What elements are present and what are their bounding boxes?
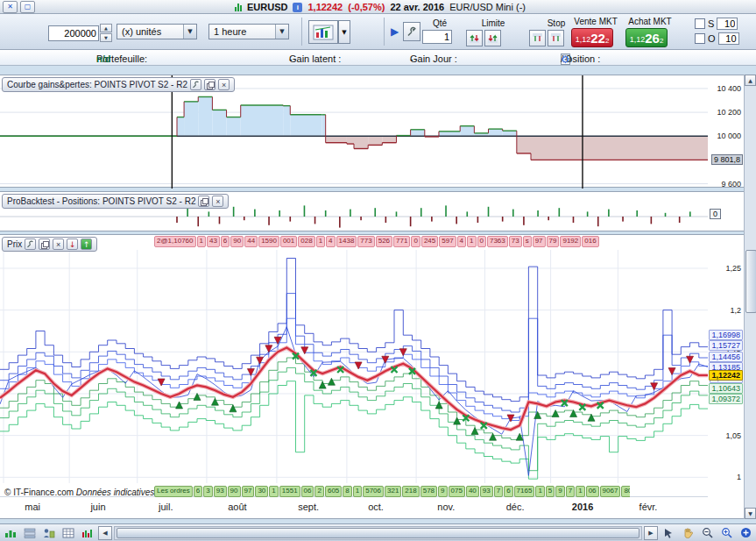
- buy-arrow-icon: [176, 402, 183, 409]
- orders-strip-tag: 7165: [514, 486, 535, 497]
- quantity-down-icon[interactable]: ▼: [100, 33, 112, 42]
- restore-window-icon[interactable]: ▢: [20, 1, 35, 13]
- zoom-in-icon[interactable]: [717, 525, 735, 541]
- buy-limit-button[interactable]: [466, 30, 483, 46]
- wrench-icon[interactable]: [25, 238, 36, 250]
- scroll-left-icon[interactable]: ◀: [98, 526, 112, 540]
- quantity-up-icon[interactable]: ▲: [100, 24, 112, 32]
- pivot-price-label: 1,14456: [709, 352, 743, 362]
- positions-panel-tab[interactable]: ProBacktest - Positions: POINTS PIVOT S2…: [2, 194, 229, 209]
- stop-checkbox[interactable]: [695, 18, 705, 29]
- equity-panel-tab[interactable]: Courbe gains&pertes: POINTS PIVOT S2 - R…: [2, 77, 235, 92]
- orders-strip-tag: 218: [402, 486, 419, 497]
- chart-type-dropdown-icon[interactable]: ▼: [338, 20, 350, 44]
- s-value-input[interactable]: [717, 18, 738, 30]
- orders-strip-tag: 8: [343, 486, 351, 497]
- s-label: S: [708, 18, 714, 29]
- series-pivot-s2: [0, 367, 708, 470]
- duplicate-icon[interactable]: [198, 196, 209, 207]
- orders-strip-tag: 93: [480, 486, 493, 497]
- vertical-scrollbar[interactable]: ▲ ▼: [744, 75, 756, 519]
- order-settings-button[interactable]: [403, 22, 420, 41]
- chevron-down-icon[interactable]: ▼: [275, 25, 288, 39]
- orders-strip-tag: 5706: [363, 486, 384, 497]
- order-tag: 90: [230, 236, 244, 247]
- current-price-label: 1,12242: [709, 370, 743, 381]
- order-qty-input[interactable]: [422, 30, 452, 44]
- chart-type-button[interactable]: [308, 20, 338, 44]
- horizontal-scrollbar[interactable]: [114, 526, 642, 540]
- info-icon[interactable]: i: [293, 3, 302, 12]
- positions-right-value: 0: [710, 209, 721, 219]
- wrench-icon[interactable]: [190, 79, 201, 90]
- buy-stop-icon: [533, 33, 542, 43]
- orders-strip-tag: 06: [301, 486, 314, 497]
- orders-strip-tag: 6: [194, 486, 202, 497]
- expand-panel-icon[interactable]: ▶: [391, 25, 399, 38]
- portfolio-value: n/d: [96, 53, 111, 64]
- buy-market-button[interactable]: 1,12262: [625, 28, 668, 47]
- series-pivot-s3: [0, 381, 708, 480]
- chevron-down-icon[interactable]: ▼: [183, 25, 196, 39]
- equity-chart[interactable]: [0, 75, 708, 189]
- hand-icon[interactable]: [679, 525, 696, 541]
- buy-stop-button[interactable]: [529, 30, 546, 46]
- sell-stop-button[interactable]: [548, 30, 564, 46]
- vertical-scroll-thumb[interactable]: [745, 250, 756, 313]
- download-icon[interactable]: ↓: [67, 238, 78, 250]
- zoom-reset-icon[interactable]: [737, 525, 754, 541]
- scroll-up-icon[interactable]: ▲: [745, 75, 756, 86]
- orders-strip-tag: 9: [438, 486, 447, 497]
- close-icon[interactable]: ×: [218, 79, 230, 90]
- order-tag: 1: [197, 236, 206, 247]
- month-label-juin: juin: [90, 502, 105, 512]
- month-label-août: août: [228, 502, 246, 512]
- order-tag: 43: [207, 236, 220, 247]
- export-up-icon[interactable]: ↑: [81, 238, 92, 250]
- unit-selector[interactable]: (x) unités ▼: [117, 24, 197, 39]
- portfolio-icon[interactable]: [40, 525, 58, 541]
- price-chart[interactable]: [0, 250, 708, 483]
- horizontal-scroll-thumb[interactable]: [117, 528, 639, 538]
- month-label-oct: oct.: [368, 502, 384, 512]
- order-tag: 1: [467, 236, 476, 247]
- equity-y-tick-label: 10 200: [717, 108, 741, 117]
- sell-market-button[interactable]: 1,12222: [571, 28, 613, 47]
- close-icon[interactable]: ×: [53, 238, 64, 250]
- chart-mode-icon[interactable]: [2, 525, 19, 541]
- scroll-right-icon[interactable]: ▶: [644, 526, 658, 540]
- scroll-down-icon[interactable]: ▼: [745, 508, 756, 519]
- position-settings-gear-icon[interactable]: ⚙: [561, 53, 570, 66]
- close-icon[interactable]: ✕: [3, 1, 18, 13]
- buy-arrow-icon: [471, 428, 478, 435]
- orders-strip-tag: 3: [203, 486, 212, 497]
- table-icon[interactable]: [60, 525, 77, 541]
- limit-label: Limite: [466, 18, 520, 28]
- pointer-icon[interactable]: [660, 525, 677, 541]
- sell-price-small: 1,12: [576, 35, 591, 45]
- qty-label: Qté: [422, 18, 457, 28]
- close-icon[interactable]: ×: [212, 196, 223, 207]
- contract-name: EUR/USD Mini (-): [449, 2, 526, 12]
- quantity-input[interactable]: [48, 25, 99, 41]
- order-tag: 1: [316, 236, 325, 247]
- objective-checkbox[interactable]: [695, 33, 705, 44]
- buy-price-small: 1,12: [630, 35, 646, 45]
- o-label: O: [708, 33, 716, 44]
- o-value-input[interactable]: [718, 32, 739, 45]
- price-panel: Prix × ↓ ↑ 2@1,1076014369044159000102814…: [0, 234, 744, 519]
- time-axis[interactable]: maijuinjuil.aoûtsept.oct.nov.déc.2016fév…: [0, 496, 708, 518]
- duplicate-icon[interactable]: [39, 238, 50, 250]
- positions-panel-title: ProBacktest - Positions: POINTS PIVOT S2…: [7, 196, 195, 206]
- histogram-icon[interactable]: [79, 525, 96, 541]
- price-panel-tab[interactable]: Prix × ↓ ↑: [2, 237, 97, 252]
- equity-panel-title: Courbe gains&pertes: POINTS PIVOT S2 - R…: [7, 80, 187, 89]
- zoom-out-icon[interactable]: [698, 525, 716, 541]
- main-toolbar: ▲ ▼ (x) unités ▼ 1 heure ▼ ▼ ▶: [0, 14, 756, 50]
- duplicate-icon[interactable]: [204, 79, 215, 90]
- timeframe-selector[interactable]: 1 heure ▼: [208, 24, 289, 39]
- orders-strip-tag: 1: [353, 486, 362, 497]
- equity-current-value: 9 801,8: [711, 154, 743, 165]
- sell-limit-button[interactable]: [484, 30, 501, 46]
- watchlist-icon[interactable]: [21, 525, 39, 541]
